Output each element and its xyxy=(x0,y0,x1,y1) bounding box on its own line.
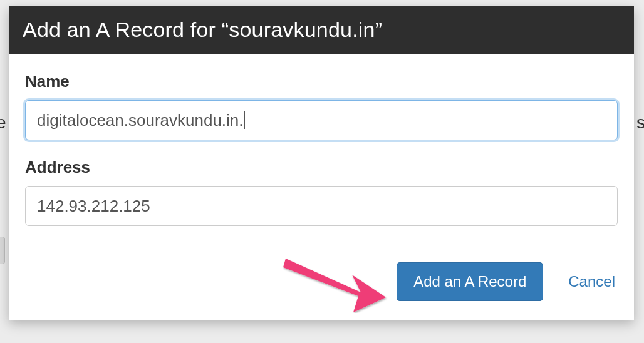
address-label: Address xyxy=(25,158,618,177)
name-input-value: digitalocean.souravkundu.in. xyxy=(37,111,244,130)
modal-title: Add an A Record for “souravkundu.in” xyxy=(23,18,618,42)
address-input[interactable]: 142.93.212.125 xyxy=(25,186,618,226)
add-a-record-modal: Add an A Record for “souravkundu.in” Nam… xyxy=(9,6,634,320)
name-label: Name xyxy=(25,72,618,91)
name-input[interactable]: digitalocean.souravkundu.in. xyxy=(25,100,618,140)
cancel-link[interactable]: Cancel xyxy=(568,273,615,290)
background-fragment-box xyxy=(0,237,5,264)
address-field-block: Address 142.93.212.125 xyxy=(25,158,618,226)
modal-footer: Add an A Record Cancel xyxy=(9,250,634,320)
text-cursor xyxy=(244,111,245,129)
name-field-block: Name digitalocean.souravkundu.in. xyxy=(25,72,618,140)
add-record-button[interactable]: Add an A Record xyxy=(397,262,543,301)
address-input-value: 142.93.212.125 xyxy=(37,197,150,216)
modal-header: Add an A Record for “souravkundu.in” xyxy=(9,6,634,54)
modal-body: Name digitalocean.souravkundu.in. Addres… xyxy=(9,54,634,250)
background-fragment-right: s xyxy=(636,113,644,133)
background-fragment-left: e xyxy=(0,113,6,133)
